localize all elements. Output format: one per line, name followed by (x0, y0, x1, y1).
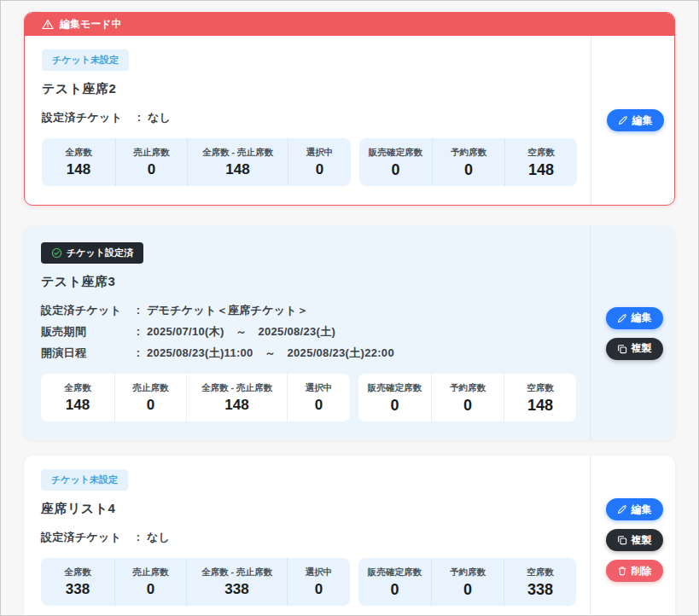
detail-row-ticket: 設定済チケット : なし (41, 526, 576, 548)
detail-rows: 設定済チケット : なし (41, 526, 576, 548)
ticket-status-badge-label: チケット未設定 (51, 474, 118, 486)
duplicate-button[interactable]: 複製 (606, 338, 663, 360)
pencil-icon (618, 115, 628, 125)
seat-title: 座席リスト4 (41, 501, 576, 517)
edit-button[interactable]: 編集 (606, 307, 663, 329)
seat-list-page: 編集モード中 チケット未設定 テスト座席2 設定済チケット : なし (1, 1, 698, 616)
edit-button-label: 編集 (632, 113, 653, 128)
stat-total-minus-stopped: 全席数 - 売止席数 148 (187, 138, 288, 186)
stats-group-seats: 全席数 148 売止席数 0 全席数 - 売止席数 148 選択中 (42, 138, 351, 186)
delete-button-label: 削除 (632, 564, 652, 578)
detail-value: なし (148, 107, 171, 128)
copy-icon (617, 344, 627, 354)
stat-stopped-seats: 売止席数 0 (114, 374, 186, 421)
stats-bar: 全席数 148 売止席数 0 全席数 - 売止席数 148 選択中 (42, 138, 577, 186)
seat-card-3: チケット未設定 座席リスト4 設定済チケット : なし 全席数 338 (24, 456, 675, 616)
stat-reserved: 予約席数 0 (431, 558, 504, 606)
detail-colon: : (130, 321, 147, 342)
copy-icon (617, 535, 627, 545)
duplicate-button[interactable]: 複製 (606, 529, 663, 551)
edit-button-label: 編集 (632, 311, 652, 325)
stats-group-sales: 販売確定席数 0 予約席数 0 空席数 148 (358, 374, 576, 421)
detail-row-ticket: 設定済チケット : なし (42, 107, 577, 128)
stats-bar: 全席数 148 売止席数 0 全席数 - 売止席数 148 選択中 (41, 374, 576, 421)
stat-vacant: 空席数 148 (504, 374, 576, 421)
detail-value: デモチケット＜座席チケット＞ (147, 299, 308, 321)
edit-button[interactable]: 編集 (606, 498, 663, 520)
stat-reserved: 予約席数 0 (431, 374, 504, 421)
warning-icon (42, 19, 54, 30)
seat-title: テスト座席3 (41, 274, 576, 290)
detail-label: 設定済チケット (41, 299, 130, 321)
stats-group-sales: 販売確定席数 0 予約席数 0 空席数 148 (359, 138, 577, 186)
delete-button[interactable]: 削除 (606, 560, 663, 582)
stat-stopped-seats: 売止席数 0 (115, 138, 187, 186)
seat-card-1: 編集モード中 チケット未設定 テスト座席2 設定済チケット : なし (24, 12, 675, 206)
card-actions: 編集 複製 (590, 226, 675, 440)
detail-rows: 設定済チケット : なし (42, 107, 577, 128)
detail-label: 設定済チケット (42, 107, 131, 128)
card-actions: 編集 複製 削除 (590, 456, 675, 616)
stats-bar: 全席数 338 売止席数 0 全席数 - 売止席数 338 選択中 (41, 558, 576, 606)
trash-icon (617, 566, 627, 576)
ticket-status-badge-label: チケット設定済 (67, 247, 133, 259)
card-body: チケット未設定 座席リスト4 設定済チケット : なし 全席数 338 (24, 456, 675, 616)
ticket-status-badge: チケット未設定 (42, 49, 129, 71)
detail-colon: : (131, 107, 148, 128)
detail-rows: 設定済チケット : デモチケット＜座席チケット＞ 販売期間 : 2025/07/… (41, 299, 576, 363)
card-actions: 編集 (591, 36, 675, 205)
stat-total-minus-stopped: 全席数 - 売止席数 148 (186, 374, 287, 421)
edit-mode-banner: 編集モード中 (25, 13, 674, 36)
stats-group-seats: 全席数 338 売止席数 0 全席数 - 売止席数 338 選択中 (41, 558, 350, 606)
stat-selected: 選択中 0 (288, 138, 351, 186)
stat-total-seats: 全席数 148 (42, 138, 115, 186)
detail-row-sales-period: 販売期間 : 2025/07/10(木) ～ 2025/08/23(土) (41, 321, 576, 342)
detail-value: 2025/08/23(土)11:00 ～ 2025/08/23(土)22:00 (147, 342, 394, 363)
pencil-icon (617, 313, 627, 323)
ticket-status-badge: チケット設定済 (41, 242, 143, 264)
detail-label: 設定済チケット (41, 526, 130, 548)
detail-colon: : (130, 299, 147, 321)
stat-confirmed: 販売確定席数 0 (358, 558, 431, 606)
seat-title: テスト座席2 (42, 81, 577, 97)
duplicate-button-label: 複製 (632, 341, 652, 356)
stats-group-seats: 全席数 148 売止席数 0 全席数 - 売止席数 148 選択中 (41, 374, 350, 421)
stat-stopped-seats: 売止席数 0 (114, 558, 186, 606)
stat-total-seats: 全席数 148 (41, 374, 114, 421)
stat-vacant: 空席数 338 (504, 558, 576, 606)
card-main: チケット未設定 座席リスト4 設定済チケット : なし 全席数 338 (24, 456, 590, 616)
edit-button[interactable]: 編集 (607, 109, 664, 131)
detail-row-ticket: 設定済チケット : デモチケット＜座席チケット＞ (41, 299, 576, 321)
stat-reserved: 予約席数 0 (432, 138, 504, 186)
stat-total-seats: 全席数 338 (41, 558, 114, 606)
detail-value: なし (147, 526, 170, 548)
seat-card-2: チケット設定済 テスト座席3 設定済チケット : デモチケット＜座席チケット＞ … (24, 226, 675, 440)
edit-button-label: 編集 (632, 503, 652, 517)
stat-selected: 選択中 0 (287, 374, 350, 421)
stat-vacant: 空席数 148 (504, 138, 577, 186)
detail-label: 開演日程 (41, 342, 130, 363)
stats-group-sales: 販売確定席数 0 予約席数 0 空席数 338 (358, 558, 576, 606)
pencil-icon (617, 504, 627, 514)
detail-colon: : (130, 526, 147, 548)
detail-value: 2025/07/10(木) ～ 2025/08/23(土) (147, 321, 335, 342)
stat-selected: 選択中 0 (287, 558, 350, 606)
duplicate-button-label: 複製 (632, 533, 652, 548)
stat-total-minus-stopped: 全席数 - 売止席数 338 (186, 558, 287, 606)
ticket-status-badge-label: チケット未設定 (52, 54, 119, 67)
card-main: チケット設定済 テスト座席3 設定済チケット : デモチケット＜座席チケット＞ … (24, 226, 590, 440)
detail-row-performance-schedule: 開演日程 : 2025/08/23(土)11:00 ～ 2025/08/23(土… (41, 342, 576, 363)
card-main: チケット未設定 テスト座席2 設定済チケット : なし 全席数 148 (25, 36, 591, 205)
edit-mode-banner-label: 編集モード中 (60, 17, 122, 32)
detail-label: 販売期間 (41, 321, 130, 342)
card-body: チケット設定済 テスト座席3 設定済チケット : デモチケット＜座席チケット＞ … (24, 226, 675, 440)
ticket-status-badge: チケット未設定 (41, 469, 128, 491)
stat-confirmed: 販売確定席数 0 (359, 138, 432, 186)
stat-confirmed: 販売確定席数 0 (358, 374, 431, 421)
detail-colon: : (130, 342, 147, 363)
check-circle-icon (51, 247, 62, 259)
card-body: チケット未設定 テスト座席2 設定済チケット : なし 全席数 148 (25, 36, 674, 205)
